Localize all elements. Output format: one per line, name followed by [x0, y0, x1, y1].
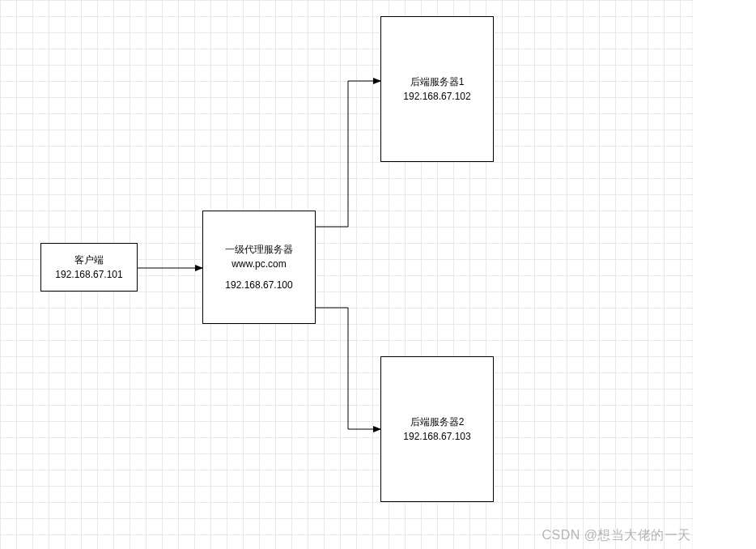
- node-proxy-title: 一级代理服务器: [225, 242, 293, 257]
- node-backend2-title: 后端服务器2: [410, 415, 465, 429]
- node-backend2-ip: 192.168.67.103: [403, 429, 470, 444]
- edge-proxy-backend1: [316, 81, 380, 227]
- node-backend1-ip: 192.168.67.102: [403, 89, 470, 104]
- node-proxy-domain: www.pc.com: [231, 257, 286, 271]
- node-proxy[interactable]: 一级代理服务器 www.pc.com 192.168.67.100: [202, 211, 316, 324]
- diagram-canvas[interactable]: 客户端 192.168.67.101 一级代理服务器 www.pc.com 19…: [0, 0, 693, 549]
- node-backend2[interactable]: 后端服务器2 192.168.67.103: [380, 356, 494, 502]
- edge-proxy-backend2: [316, 308, 380, 429]
- node-backend1-title: 后端服务器1: [410, 74, 465, 89]
- node-backend1[interactable]: 后端服务器1 192.168.67.102: [380, 16, 494, 162]
- side-panel: [693, 0, 756, 549]
- node-client[interactable]: 客户端 192.168.67.101: [40, 243, 138, 292]
- node-client-ip: 192.168.67.101: [55, 267, 122, 282]
- node-proxy-ip: 192.168.67.100: [225, 278, 292, 292]
- node-client-title: 客户端: [74, 253, 104, 267]
